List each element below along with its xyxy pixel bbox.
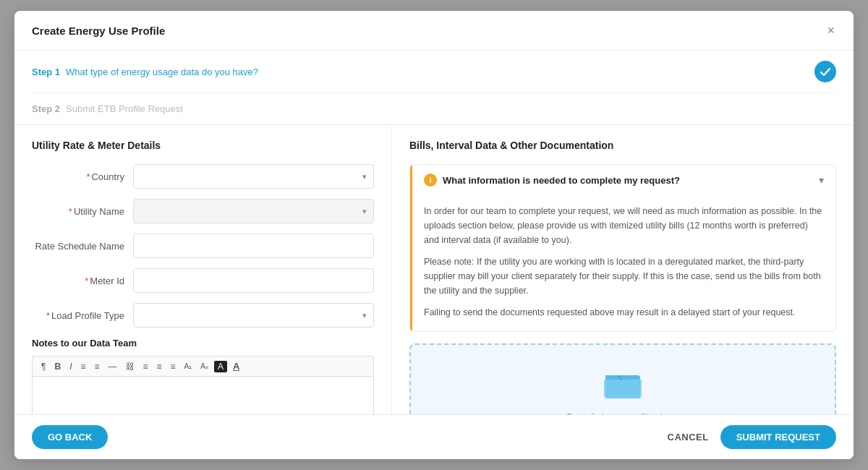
toolbar-font-small-btn[interactable]: Aₐ: [197, 362, 211, 372]
step-1-row[interactable]: Step 1 What type of energy usage data do…: [32, 51, 836, 93]
step-2-number: Step 2: [32, 103, 60, 114]
utility-name-field: *Utility Name ▾: [32, 199, 374, 223]
toolbar-paragraph-btn[interactable]: ¶: [38, 361, 48, 372]
modal-title: Create Energy Use Profile: [32, 25, 165, 37]
meter-id-field: *Meter Id: [32, 268, 374, 293]
notes-title: Notes to our Data Team: [32, 338, 374, 349]
toolbar-align-right-btn[interactable]: ≡: [168, 361, 179, 372]
utility-name-label: *Utility Name: [32, 206, 133, 217]
folder-icon: [604, 368, 642, 403]
steps-container: Step 1 What type of energy usage data do…: [14, 51, 854, 125]
modal: Create Energy Use Profile × Step 1 What …: [14, 11, 854, 459]
country-field: *Country ▾: [32, 164, 374, 189]
cancel-button[interactable]: CANCEL: [668, 432, 709, 443]
footer-right: CANCEL SUBMIT REQUEST: [668, 425, 836, 449]
toolbar-highlight-btn[interactable]: A: [214, 361, 227, 372]
submit-request-button[interactable]: SUBMIT REQUEST: [720, 425, 836, 449]
load-profile-label: *Load Profile Type: [32, 310, 133, 321]
toolbar-italic-btn[interactable]: I: [67, 361, 75, 372]
info-body-3: Failing to send the documents requested …: [424, 305, 824, 320]
rate-schedule-input-wrapper: [133, 234, 374, 258]
country-label: *Country: [32, 171, 133, 182]
load-profile-input-wrapper: ▾: [133, 303, 374, 328]
meter-id-input-wrapper: [133, 268, 374, 293]
toolbar-font-color-btn[interactable]: A: [230, 360, 242, 372]
toolbar-ul-btn[interactable]: ≡: [77, 361, 88, 372]
info-box: i What information is needed to complete…: [409, 164, 836, 332]
country-input-wrapper: ▾: [133, 164, 374, 189]
left-panel: Utility Rate & Meter Details *Country ▾ …: [14, 125, 392, 414]
close-button[interactable]: ×: [825, 22, 836, 38]
toolbar-font-size-btn[interactable]: A₁: [182, 362, 195, 372]
toolbar-bold-btn[interactable]: B: [51, 361, 64, 372]
rate-schedule-field: Rate Schedule Name: [32, 234, 374, 258]
notes-editor[interactable]: [32, 376, 374, 414]
notes-section: Notes to our Data Team ¶ B I ≡ ≡ — ⛓ ≡ ≡…: [32, 338, 374, 414]
info-body-2: Please note: If the utility you are work…: [424, 255, 824, 298]
left-panel-title: Utility Rate & Meter Details: [32, 140, 374, 151]
step-1-number: Step 1: [32, 67, 60, 77]
modal-footer: GO BACK CANCEL SUBMIT REQUEST: [14, 414, 854, 459]
right-panel: Bills, Interval Data & Other Documentati…: [392, 125, 854, 414]
toolbar-link-btn[interactable]: ⛓: [123, 361, 137, 372]
toolbar-align-center-btn[interactable]: ≡: [154, 361, 165, 372]
meter-id-label: *Meter Id: [32, 275, 133, 286]
meter-id-input[interactable]: [133, 268, 374, 293]
info-box-title: What information is needed to complete m…: [443, 175, 819, 186]
rate-schedule-input[interactable]: [133, 234, 374, 258]
toolbar-hr-btn[interactable]: —: [106, 361, 120, 372]
right-panel-title: Bills, Interval Data & Other Documentati…: [409, 140, 836, 151]
toolbar-align-left-btn[interactable]: ≡: [140, 361, 151, 372]
utility-name-select[interactable]: [133, 199, 374, 223]
modal-overlay: Create Energy Use Profile × Step 1 What …: [0, 0, 868, 470]
editor-toolbar: ¶ B I ≡ ≡ — ⛓ ≡ ≡ ≡ A₁ Aₐ A A: [32, 356, 374, 376]
utility-name-input-wrapper: ▾: [133, 199, 374, 223]
load-profile-select[interactable]: [133, 303, 374, 328]
toolbar-ol-btn[interactable]: ≡: [91, 361, 102, 372]
step-2-desc: Submit ETB Profile Request: [66, 103, 183, 114]
info-chevron-icon: ▾: [819, 174, 824, 186]
rate-schedule-label: Rate Schedule Name: [32, 241, 133, 252]
info-box-body: In order for our team to complete your r…: [410, 195, 835, 331]
info-box-header[interactable]: i What information is needed to complete…: [410, 165, 835, 195]
step-1-desc: What type of energy usage data do you ha…: [66, 67, 258, 77]
modal-body: Utility Rate & Meter Details *Country ▾ …: [14, 125, 854, 414]
load-profile-field: *Load Profile Type ▾: [32, 303, 374, 328]
step-2-row[interactable]: Step 2 Submit ETB Profile Request: [32, 93, 836, 124]
info-icon: i: [424, 174, 437, 187]
modal-header: Create Energy Use Profile ×: [14, 11, 854, 51]
upload-area[interactable]: Drag & drop your files here OR Browse Fi…: [409, 343, 836, 414]
step-1-icon: [814, 61, 836, 82]
info-body-1: In order for our team to complete your r…: [424, 204, 824, 247]
go-back-button[interactable]: GO BACK: [32, 425, 108, 449]
country-select[interactable]: [133, 164, 374, 189]
